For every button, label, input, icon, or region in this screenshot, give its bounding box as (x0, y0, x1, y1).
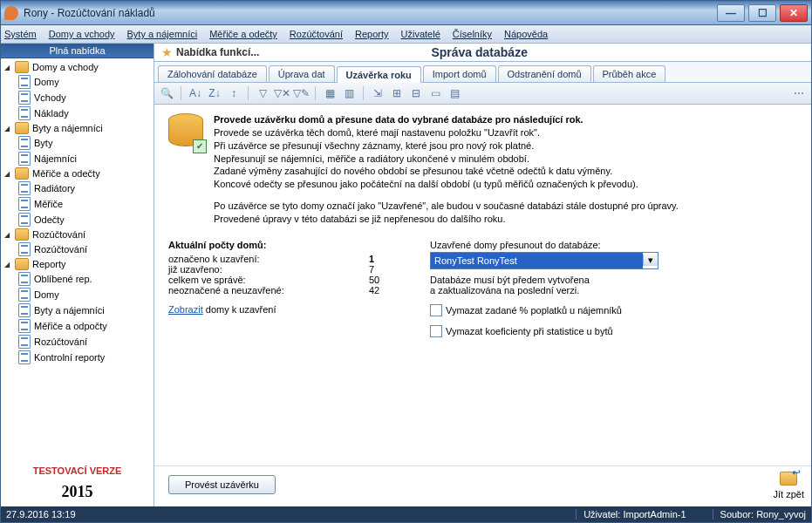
document-icon (18, 91, 31, 105)
tree-item[interactable]: Vchody (3, 90, 152, 105)
checkbox-icon[interactable] (430, 325, 442, 337)
go-back[interactable]: ↩ Jít zpět (774, 470, 804, 499)
tree-item[interactable]: Kontrolní reporty (3, 350, 152, 365)
group-icon[interactable]: ▤ (447, 86, 461, 100)
table-add-icon[interactable]: ⊞ (390, 86, 404, 100)
tree-item[interactable]: Měřiče a odpočty (3, 318, 152, 334)
menu-domy[interactable]: Domy a vchody (49, 29, 115, 39)
tab[interactable]: Zálohování databáze (158, 65, 267, 82)
tab[interactable]: Import domů (423, 65, 496, 82)
main: ★ Nabídka funkcí... Správa databáze Zálo… (154, 44, 811, 506)
menu-uzivatele[interactable]: Uživatelé (401, 29, 440, 39)
folder-icon (15, 61, 29, 73)
minimize-button[interactable]: — (717, 4, 745, 22)
show-houses-link[interactable]: Zobrazit (168, 304, 203, 315)
folder-icon (15, 167, 29, 180)
tree-item[interactable]: Nájemníci (3, 151, 152, 166)
go-back-icon: ↩ (778, 470, 799, 487)
app-window: Rony - Rozúčtování nákladů — ☐ ✕ Systém … (0, 0, 812, 523)
functions-menu-label[interactable]: Nabídka funkcí... (176, 46, 259, 58)
run-closure-button[interactable]: Provést uzávěrku (168, 475, 276, 494)
tree-item[interactable]: Rozúčtování (3, 334, 152, 350)
menu-rozuctovani[interactable]: Rozúčtování (290, 29, 343, 39)
tab[interactable]: Úprava dat (269, 65, 335, 82)
tree-group[interactable]: ◢Domy a vchody (3, 60, 152, 74)
tree-group[interactable]: ◢Reporty (3, 257, 152, 271)
menu-system[interactable]: Systém (4, 29, 37, 39)
stats-section: Aktuální počty domů: označeno k uzavření… (168, 240, 797, 337)
tree-item-label: Odečty (34, 214, 65, 225)
stat-row: celkem ve správě:50 (168, 275, 395, 285)
tree-item-label: Byty (34, 138, 52, 148)
main-header: ★ Nabídka funkcí... Správa databáze (154, 44, 811, 62)
document-icon (18, 136, 31, 150)
tab[interactable]: Odstranění domů (498, 65, 591, 82)
target-db-value: RonyTest RonyTest (431, 253, 643, 268)
toolbar-separator (315, 86, 316, 100)
filter-clear-icon[interactable]: ▽✕ (275, 86, 289, 100)
tree-group[interactable]: ◢Rozúčtování (3, 228, 152, 241)
statusbar: 27.9.2016 13:19 Uživatel: ImportAdmin-1 … (1, 506, 811, 522)
sort-desc-icon[interactable]: Z↓ (208, 86, 222, 100)
tree-item[interactable]: Domy (3, 74, 152, 90)
test-version-label: TESTOVACÍ VERZE (1, 460, 154, 481)
tab[interactable]: Průběh akce (593, 65, 666, 82)
tree-item[interactable]: Náklady (3, 105, 152, 121)
document-icon (18, 272, 31, 286)
stat-label: neoznačené a neuzavřené: (168, 285, 284, 295)
tree-item-label: Měřiče (34, 199, 63, 209)
info-line: Koncové odečty se přesunou jako počátečn… (214, 178, 679, 191)
close-button[interactable]: ✕ (780, 4, 808, 22)
tree-group[interactable]: ◢Byty a nájemníci (3, 121, 152, 135)
tree-item[interactable]: Radiátory (3, 180, 152, 196)
filter-icon[interactable]: ▽ (256, 86, 270, 100)
document-icon (18, 303, 31, 317)
document-icon (18, 197, 31, 211)
tree-item-label: Náklady (34, 108, 69, 119)
menu-byty[interactable]: Byty a nájemníci (127, 29, 198, 39)
sort-clear-icon[interactable]: ↕ (227, 86, 241, 100)
status-datetime: 27.9.2016 13:19 (6, 509, 76, 520)
tree-item[interactable]: Odečty (3, 212, 152, 228)
tree-item[interactable]: Měřiče (3, 196, 152, 212)
menu-merice[interactable]: Měřiče a odečty (209, 29, 277, 39)
document-icon (18, 213, 31, 227)
info-line: Při uzávěrce se přesunují všechny záznam… (214, 139, 679, 153)
info-text: Provede uzávěrku domů a přesune data do … (214, 113, 679, 226)
filter-edit-icon[interactable]: ▽✎ (294, 86, 308, 100)
table-remove-icon[interactable]: ⊟ (409, 86, 423, 100)
export-icon[interactable]: ⇲ (371, 86, 385, 100)
tree-item[interactable]: Rozúčtování (3, 241, 152, 257)
target-db-combo[interactable]: RonyTest RonyTest ▾ (430, 252, 658, 269)
check-clear-coeff[interactable]: Vymazat koeficienty při statistice u byt… (430, 325, 797, 337)
maximize-button[interactable]: ☐ (748, 4, 776, 22)
app-icon (4, 6, 18, 20)
content: ✔ Provede uzávěrku domů a přesune data d… (154, 105, 811, 465)
search-icon[interactable]: 🔍 (160, 86, 174, 100)
stat-value: 1 (369, 254, 395, 264)
content-footer: Provést uzávěrku (154, 465, 811, 506)
menu-ciselniky[interactable]: Číselníky (453, 29, 492, 39)
grid-icon[interactable]: ▦ (323, 86, 337, 100)
tree-item[interactable]: Byty (3, 135, 152, 151)
checkbox-icon[interactable] (430, 304, 442, 316)
tab[interactable]: Uzávěrka roku (337, 66, 421, 83)
info-line: Zadané výměny zasahující do nového obdob… (214, 165, 679, 178)
columns-icon[interactable]: ▥ (342, 86, 356, 100)
tree-group[interactable]: ◢Měřiče a odečty (3, 166, 152, 180)
chevron-down-icon[interactable]: ▾ (643, 255, 658, 266)
document-icon (18, 242, 31, 256)
tree-item-label: Oblíbené rep. (34, 274, 92, 284)
menu-napoveda[interactable]: Nápověda (504, 29, 548, 39)
tree-item[interactable]: Domy (3, 287, 152, 302)
stats-right: Uzavřené domy přesunout do databáze: Ron… (430, 240, 797, 337)
sort-asc-icon[interactable]: A↓ (188, 86, 202, 100)
tree-item[interactable]: Byty a nájemníci (3, 302, 152, 318)
menu-reporty[interactable]: Reporty (355, 29, 389, 39)
layout-icon[interactable]: ▭ (428, 86, 442, 100)
folder-icon (15, 228, 29, 241)
more-icon[interactable]: ⋯ (792, 86, 806, 100)
toolbar-separator (248, 86, 249, 100)
check-clear-percent[interactable]: Vymazat zadané % poplatků u nájemníků (430, 304, 797, 316)
tree-item[interactable]: Oblíbené rep. (3, 271, 152, 287)
